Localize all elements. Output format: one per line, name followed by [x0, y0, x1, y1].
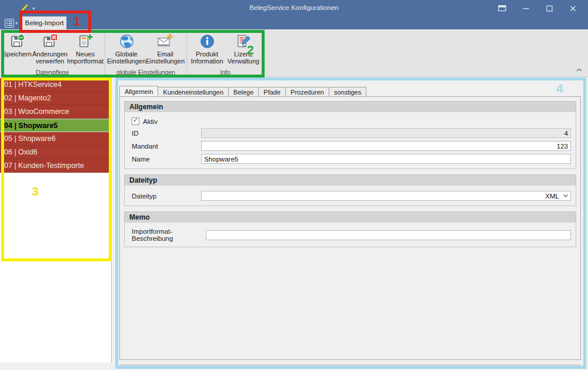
save-icon	[9, 33, 25, 49]
mandant-field[interactable]	[201, 141, 571, 151]
discard-changes-icon	[42, 33, 58, 49]
globe-icon	[119, 33, 135, 49]
neues-importformat-label: Neues Importformat	[67, 51, 103, 65]
bottom-divider	[119, 365, 581, 365]
list-item-shopware5-selected[interactable]: 04 | Shopware5	[0, 119, 111, 132]
name-label: Name	[132, 156, 201, 163]
importformat-beschreibung-field[interactable]	[206, 230, 571, 240]
importformat-list: 01 | HTKService4 02 | Magento2 03 | WooC…	[0, 77, 112, 362]
chevron-down-icon	[563, 194, 568, 197]
id-field	[201, 128, 571, 138]
list-item-htkservice4[interactable]: 01 | HTKService4	[0, 78, 111, 92]
id-label: ID	[132, 130, 201, 137]
lizenz-verwaltung-label: Lizenz Verwaltung	[225, 51, 262, 65]
tab-allgemein[interactable]: Allgemein	[119, 86, 158, 96]
ribbon-group-globale-einstellungen: Globale Einstellungen Email Einstellunge…	[105, 29, 187, 76]
group-dateityp-title: Dateityp	[125, 175, 576, 186]
detail-area: Allgemein Kundeneinstellungen Belege Pfa…	[115, 77, 588, 370]
mandant-label: Mandant	[132, 143, 201, 150]
collapse-ribbon-button[interactable]	[576, 63, 582, 74]
main-area: 01 | HTKService4 02 | Magento2 03 | WooC…	[0, 77, 588, 370]
aktiv-label: Aktiv	[143, 118, 158, 125]
license-icon	[236, 33, 252, 49]
list-item-kunden-testimporte[interactable]: 07 | Kunden-Testimporte	[0, 159, 111, 173]
dateityp-select[interactable]: XML	[201, 191, 571, 201]
produkt-information-label: Produkt Information	[189, 51, 225, 65]
speichern-button[interactable]: Speichern	[2, 31, 32, 58]
tab-page-allgemein: Allgemein ✓ Aktiv ID Mandant	[119, 96, 581, 360]
group-label-globale-einstellungen: globale Einstellungen	[105, 69, 186, 76]
email-einstellungen-button[interactable]: Email Einstellungen	[146, 31, 185, 65]
ribbon-options-button[interactable]	[490, 0, 514, 16]
globale-einstellungen-button[interactable]: Globale Einstellungen	[107, 31, 146, 65]
titlebar: ▾ BelegService Konfigurationen	[0, 0, 588, 16]
info-icon	[199, 33, 215, 49]
detail-tabs: Allgemein Kundeneinstellungen Belege Pfa…	[119, 86, 366, 96]
list-item-woocommerce[interactable]: 03 | WooCommerce	[0, 105, 111, 119]
speichern-label: Speichern	[2, 51, 32, 58]
aenderungen-verwerfen-button[interactable]: Änderungen verwerfen	[32, 31, 68, 65]
group-allgemein: Allgemein ✓ Aktiv ID Mandant	[124, 101, 576, 169]
group-dateityp: Dateityp Dateityp XML	[124, 174, 576, 206]
tab-prozeduren[interactable]: Prozeduren	[285, 87, 329, 96]
minimize-icon	[523, 5, 529, 12]
application-menu-button[interactable]: ▾	[5, 18, 20, 28]
email-icon	[157, 33, 173, 49]
maximize-icon	[546, 5, 553, 12]
group-label-datenpflege: Datenpflege	[0, 69, 105, 76]
group-memo: Memo Importformat-Beschreibung	[124, 211, 576, 247]
new-importformat-icon	[78, 33, 93, 49]
list-menu-icon	[5, 19, 14, 28]
ribbon-tab-row: ▾ Beleg-Import	[0, 16, 588, 29]
group-memo-title: Memo	[125, 212, 576, 223]
appmenu-caret-icon: ▾	[15, 21, 18, 26]
importformat-beschreibung-label: Importformat-Beschreibung	[132, 228, 206, 242]
close-button[interactable]	[561, 0, 584, 16]
group-allgemein-title: Allgemein	[125, 102, 576, 112]
close-icon	[570, 5, 576, 12]
ribbon-tab-beleg-import[interactable]: Beleg-Import	[22, 16, 66, 29]
produkt-information-button[interactable]: Produkt Information	[189, 31, 225, 65]
list-item-shopware6[interactable]: 05 | Shopware6	[0, 132, 111, 146]
email-einstellungen-label: Email Einstellungen	[146, 51, 185, 65]
ribbon-group-datenpflege: Speichern Änderungen verwerfen	[0, 29, 105, 76]
tab-kundeneinstellungen[interactable]: Kundeneinstellungen	[158, 87, 229, 96]
aenderungen-verwerfen-label: Änderungen verwerfen	[32, 51, 68, 65]
minimize-button[interactable]	[514, 0, 537, 16]
list-item-magento2[interactable]: 02 | Magento2	[0, 92, 111, 105]
dateityp-label: Dateityp	[132, 193, 201, 200]
ribbon: Speichern Änderungen verwerfen	[0, 29, 588, 77]
ribbon-group-info: Produkt Information Lizenz Verwaltung In…	[187, 29, 264, 76]
tab-sonstiges[interactable]: sonstiges	[329, 87, 366, 96]
checkmark-icon: ✓	[133, 116, 138, 124]
dateityp-value: XML	[545, 193, 559, 200]
neues-importformat-button[interactable]: Neues Importformat	[68, 31, 103, 65]
group-label-info: Info	[187, 69, 263, 76]
globale-einstellungen-label: Globale Einstellungen	[107, 51, 146, 65]
ribbon-options-icon	[498, 5, 506, 12]
tab-belege[interactable]: Belege	[228, 87, 259, 96]
chevron-up-icon	[576, 68, 582, 72]
list-item-oxid6[interactable]: 06 | Oxid6	[0, 146, 111, 159]
maximize-button[interactable]	[537, 0, 561, 16]
tab-pfade[interactable]: Pfade	[258, 87, 286, 96]
name-field[interactable]	[201, 154, 571, 164]
lizenz-verwaltung-button[interactable]: Lizenz Verwaltung	[225, 31, 262, 65]
aktiv-checkbox[interactable]: ✓	[132, 117, 139, 125]
